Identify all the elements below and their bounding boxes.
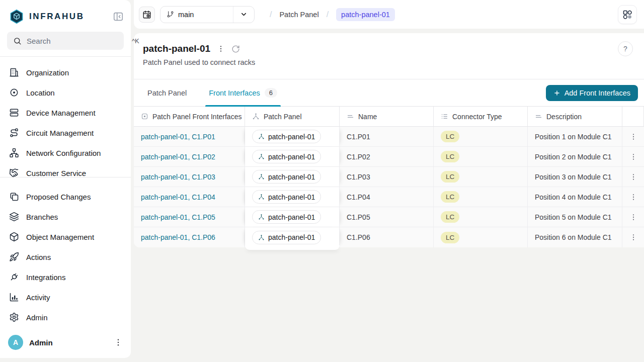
table-row-description-cell: Position 4 on Module C1 (528, 187, 622, 207)
row-actions-button[interactable] (629, 233, 637, 241)
search-input[interactable] (27, 37, 127, 45)
avatar[interactable]: A (8, 335, 23, 350)
sidebar-item-organization[interactable]: Organization (0, 62, 131, 82)
hierarchy-icon (258, 133, 265, 140)
branch-chevron[interactable] (233, 7, 254, 23)
column-header-name[interactable]: Name (340, 107, 434, 127)
sidebar-item-customer-service[interactable]: Customer Service (0, 163, 131, 177)
content-card: patch-panel-01 Patch Panel used to conne… (134, 33, 644, 247)
table-row-connector-cell: LC (434, 207, 528, 227)
patch-panel-chip[interactable]: patch-panel-01 (252, 130, 321, 143)
time-travel-button[interactable] (139, 7, 155, 23)
sidebar-item-branches[interactable]: Branches (0, 207, 131, 227)
kebab-icon (629, 153, 637, 161)
interface-description: Position 6 on Module C1 (535, 233, 612, 241)
table-row-interface-cell: patch-panel-01, C1.P06 (134, 227, 245, 247)
table-row-connector-cell: LC (434, 127, 528, 147)
search-bar[interactable]: ^K (7, 32, 124, 50)
sidebar-collapse-button[interactable] (113, 11, 124, 22)
column-header-label: Patch Panel (264, 113, 302, 121)
sidebar-item-label: Location (26, 88, 55, 97)
sidebar-item-circuit-management[interactable]: Circuit Management (0, 123, 131, 143)
sidebar-item-location[interactable]: Location (0, 82, 131, 103)
front-interface-link[interactable]: patch-panel-01, C1.P04 (141, 193, 215, 201)
kebab-icon (629, 173, 637, 181)
object-menu-button[interactable] (217, 45, 225, 53)
brand-header: INFRAHUB (0, 0, 131, 26)
row-actions-button[interactable] (629, 193, 637, 201)
table-row-actions-cell (622, 127, 644, 147)
patch-panel-chip[interactable]: patch-panel-01 (252, 170, 321, 184)
patch-panel-chip[interactable]: patch-panel-01 (252, 150, 321, 163)
branch-name: main (178, 11, 194, 19)
column-header-connector-type[interactable]: Connector Type (434, 107, 528, 127)
column-header-patch-panel[interactable]: Patch Panel (245, 107, 340, 127)
sidebar-item-admin[interactable]: Admin (0, 307, 131, 327)
git-branch-icon (167, 11, 174, 18)
route-icon (9, 128, 19, 138)
sidebar-item-activity[interactable]: Activity (0, 287, 131, 307)
table-row-name-cell: C1.P02 (340, 147, 434, 167)
table-row-connector-cell: LC (434, 147, 528, 167)
patch-panel-chip[interactable]: patch-panel-01 (252, 231, 321, 244)
breadcrumb-item-patch-panel[interactable]: Patch Panel (279, 11, 318, 19)
table-row-interface-cell: patch-panel-01, C1.P02 (134, 147, 245, 167)
row-actions-button[interactable] (629, 153, 637, 161)
sidebar-item-label: Customer Service (26, 169, 86, 177)
interface-name: C1.P02 (347, 153, 370, 161)
front-interface-link[interactable]: patch-panel-01, C1.P02 (141, 153, 215, 161)
table-row-connector-cell: LC (434, 167, 528, 187)
tab-patch-panel[interactable]: Patch Panel (147, 79, 187, 106)
text-icon (347, 113, 354, 120)
front-interface-link[interactable]: patch-panel-01, C1.P01 (141, 133, 215, 141)
sidebar-item-label: Activity (26, 293, 50, 302)
sidebar-item-proposed-changes[interactable]: Proposed Changes (0, 187, 131, 207)
kebab-icon (629, 133, 637, 141)
front-interface-link[interactable]: patch-panel-01, C1.P03 (141, 173, 215, 181)
table-row-actions-cell (622, 227, 644, 247)
sidebar-item-device-management[interactable]: Device Management (0, 103, 131, 123)
page-subtitle: Patch Panel used to connect racks (143, 58, 633, 66)
patch-panel-chip[interactable]: patch-panel-01 (252, 210, 321, 224)
collapse-panel-icon (113, 11, 124, 22)
table-row-actions-cell (622, 207, 644, 227)
tab-front-interfaces[interactable]: Front Interfaces 6 (209, 79, 277, 106)
hierarchy-icon (258, 153, 265, 160)
table-row-patch-panel-cell: patch-panel-01 (245, 147, 340, 167)
sidebar-nav-secondary: Proposed ChangesBranchesObject Managemen… (0, 187, 131, 327)
refresh-button[interactable] (231, 45, 240, 53)
table-row-interface-cell: patch-panel-01, C1.P04 (134, 187, 245, 207)
sidebar-item-label: Object Management (26, 233, 94, 241)
help-button[interactable]: ? (618, 41, 633, 56)
branch-selector[interactable]: main (160, 6, 255, 23)
user-menu-button[interactable] (114, 338, 123, 347)
sidebar-item-actions[interactable]: Actions (0, 247, 131, 267)
table-row-patch-panel-cell: patch-panel-01 (245, 167, 340, 187)
front-interface-link[interactable]: patch-panel-01, C1.P06 (141, 233, 215, 241)
column-header-patch-panel-front-interfaces[interactable]: Patch Panel Front Interfaces (134, 107, 245, 127)
sidebar-item-integrations[interactable]: Integrations (0, 267, 131, 287)
breadcrumb-slash: / (327, 10, 329, 19)
patch-panel-chip-label: patch-panel-01 (268, 173, 315, 181)
row-actions-button[interactable] (629, 133, 637, 141)
table-row-name-cell: C1.P01 (340, 127, 434, 147)
interface-name: C1.P01 (347, 133, 370, 141)
front-interface-link[interactable]: patch-panel-01, C1.P05 (141, 213, 215, 221)
row-actions-button[interactable] (629, 213, 637, 221)
patch-panel-chip[interactable]: patch-panel-01 (252, 190, 321, 204)
location-icon (9, 87, 19, 98)
breadcrumb-item-current[interactable]: patch-panel-01 (336, 8, 395, 21)
bar-chart-icon (9, 292, 19, 302)
graphql-sandbox-button[interactable] (618, 5, 637, 24)
table-row-name-cell: C1.P05 (340, 207, 434, 227)
breadcrumb-slash: / (270, 10, 272, 19)
column-header-description[interactable]: Description (528, 107, 622, 127)
add-button-label: Add Front Interfaces (565, 89, 630, 97)
sidebar-item-network-configuration[interactable]: Network Configuration (0, 143, 131, 163)
add-front-interfaces-button[interactable]: Add Front Interfaces (546, 85, 638, 101)
connector-type-badge: LC (441, 131, 459, 142)
table-row-connector-cell: LC (434, 187, 528, 207)
sidebar-item-object-management[interactable]: Object Management (0, 227, 131, 247)
row-actions-button[interactable] (629, 173, 637, 181)
refresh-icon (231, 45, 240, 53)
